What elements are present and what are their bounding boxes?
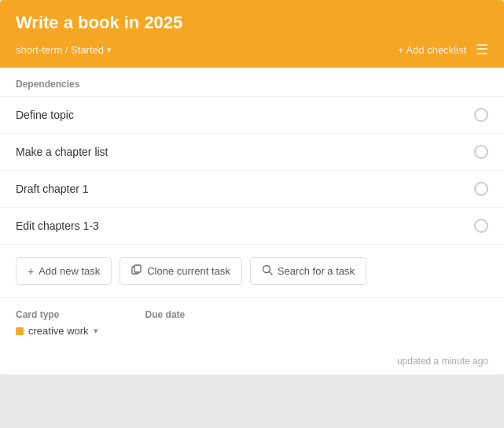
svg-line-3 [269, 272, 272, 275]
task-radio[interactable] [474, 108, 488, 122]
clone-current-task-button[interactable]: Clone current task [120, 257, 242, 285]
task-name: Make a chapter list [16, 146, 109, 158]
task-item-define-topic[interactable]: Define topic [0, 96, 504, 133]
search-icon [262, 264, 273, 278]
status-bar: updated a minute ago [0, 348, 504, 374]
dependencies-section-label: Dependencies [0, 68, 504, 96]
task-list: Define topic Make a chapter list Draft c… [0, 96, 504, 244]
due-date-field: Due date [145, 309, 186, 325]
card-type-value-row[interactable]: creative work ▾ [16, 325, 98, 337]
svg-rect-1 [134, 265, 141, 272]
task-radio[interactable] [474, 182, 488, 196]
task-radio[interactable] [474, 219, 488, 233]
plus-icon: + [28, 265, 34, 278]
card-header: Write a book in 2025 short-term / Starte… [0, 0, 504, 68]
card-title: Write a book in 2025 [16, 13, 488, 33]
menu-icon[interactable]: ☰ [476, 41, 488, 58]
add-new-task-button[interactable]: + Add new task [16, 257, 112, 285]
clone-icon [131, 264, 142, 278]
task-name: Draft chapter 1 [16, 183, 89, 195]
due-date-label: Due date [145, 309, 186, 320]
card-type-field: Card type creative work ▾ [16, 309, 98, 337]
updated-status: updated a minute ago [397, 356, 488, 367]
breadcrumb-text: short-term / Started [16, 44, 104, 56]
card-type-label: Card type [16, 309, 98, 320]
task-item-chapter-list[interactable]: Make a chapter list [0, 133, 504, 170]
chevron-down-icon: ▾ [107, 45, 112, 55]
card-meta: short-term / Started ▾ + Add checklist ☰ [16, 41, 488, 58]
card-type-value: creative work [28, 325, 89, 337]
search-for-task-label: Search for a task [278, 265, 355, 277]
task-name: Define topic [16, 109, 74, 121]
task-item-edit-chapters[interactable]: Edit chapters 1-3 [0, 207, 504, 244]
card-footer: Card type creative work ▾ Due date [0, 297, 504, 348]
card-body: Dependencies Define topic Make a chapter… [0, 68, 504, 348]
task-radio[interactable] [474, 145, 488, 159]
search-for-task-button[interactable]: Search for a task [250, 257, 366, 285]
breadcrumb[interactable]: short-term / Started ▾ [16, 44, 112, 56]
add-new-task-label: Add new task [39, 265, 100, 277]
header-actions: + Add checklist ☰ [398, 41, 488, 58]
add-checklist-button[interactable]: + Add checklist [398, 44, 466, 56]
card-type-dot [16, 327, 24, 335]
action-buttons: + Add new task Clone current task [0, 244, 504, 297]
chevron-down-icon[interactable]: ▾ [94, 326, 98, 336]
task-name: Edit chapters 1-3 [16, 220, 99, 232]
clone-current-task-label: Clone current task [147, 265, 230, 277]
task-item-draft-chapter[interactable]: Draft chapter 1 [0, 170, 504, 207]
